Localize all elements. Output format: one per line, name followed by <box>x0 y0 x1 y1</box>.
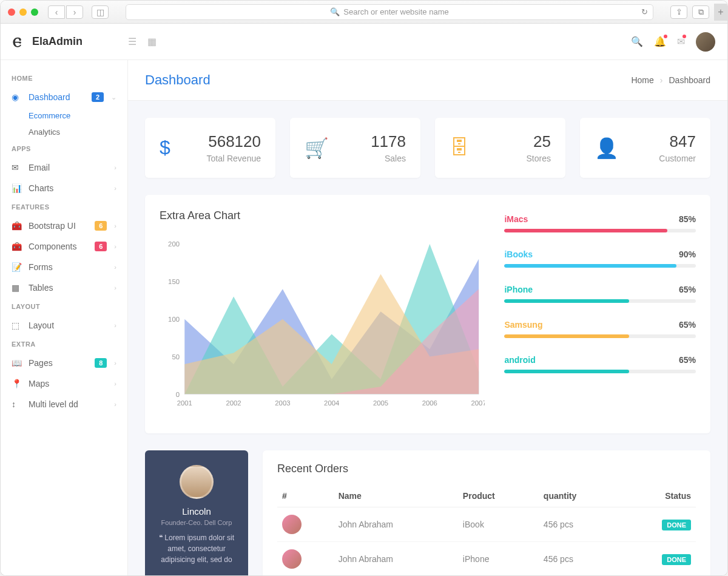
row-avatar <box>282 515 302 534</box>
sidebar-item-charts[interactable]: 📊Charts› <box>1 178 127 198</box>
testimonial-card: Lincoln Founder-Ceo. Dell Corp ❝ Lorem i… <box>145 450 248 576</box>
stat-value: 1178 <box>341 132 406 151</box>
progress-bar <box>504 264 696 268</box>
main-content: Dashboard Home › Dashboard $568120Total … <box>128 60 727 576</box>
stat-card-total-revenue: $568120Total Revenue <box>145 118 275 178</box>
sidebar-icon: 📊 <box>12 183 21 193</box>
sidebar-item-tables[interactable]: ▦Tables› <box>1 277 127 298</box>
stat-card-stores: 🗄25Stores <box>435 118 565 178</box>
sidebar-item-pages[interactable]: 📖Pages8› <box>1 353 127 373</box>
table-header: Status <box>621 485 696 507</box>
cell-qty: 456 pcs <box>539 542 621 577</box>
svg-text:2003: 2003 <box>275 399 290 407</box>
cell-product: iBook <box>458 507 539 542</box>
stat-value: 847 <box>631 132 696 151</box>
search-icon[interactable]: 🔍 <box>631 36 643 47</box>
table-header: Name <box>334 485 458 507</box>
chevron-right-icon: › <box>114 284 116 291</box>
share-button[interactable]: ⇪ <box>670 5 687 19</box>
back-button[interactable]: ‹ <box>48 5 65 19</box>
sidebar-icon: ◉ <box>12 92 21 102</box>
sidebar-label: Bootstrap UI <box>29 221 87 231</box>
stat-value: 25 <box>481 132 551 151</box>
progress-ibooks: iBooks90% <box>504 249 696 268</box>
sidebar-icon: 📝 <box>12 262 21 272</box>
sidebar-item-maps[interactable]: 📍Maps› <box>1 373 127 394</box>
breadcrumb-home[interactable]: Home <box>631 75 653 85</box>
sidebar-item-dashboard[interactable]: ◉Dashboard2⌄ <box>1 87 127 107</box>
sidebar-badge: 8 <box>95 358 107 368</box>
archive-icon: 🗄 <box>450 137 469 159</box>
svg-text:200: 200 <box>168 240 180 248</box>
table-row[interactable]: John AbrahamiPhone456 pcsDONE <box>277 542 696 577</box>
window-controls <box>8 8 38 16</box>
sidebar-badge: 6 <box>95 221 107 231</box>
progress-bar <box>504 299 696 303</box>
sidebar-icon: 📍 <box>12 379 21 388</box>
chevron-right-icon: › <box>114 222 116 229</box>
testimonial-avatar <box>180 465 214 499</box>
chevron-right-icon: › <box>114 164 116 171</box>
maximize-window[interactable] <box>31 8 38 16</box>
chevron-right-icon: › <box>660 75 663 85</box>
sidebar-item-multi-level-dd[interactable]: ↕Multi level dd› <box>1 394 127 415</box>
close-window[interactable] <box>8 8 15 16</box>
sidebar-label: Components <box>29 242 87 251</box>
messages-icon[interactable]: ✉ <box>677 36 685 47</box>
notifications-icon[interactable]: 🔔 <box>654 36 666 47</box>
sidebar-heading: HOME <box>1 70 127 87</box>
progress-iphone: iPhone65% <box>504 285 696 303</box>
sidebar-icon: ⬚ <box>12 320 21 330</box>
sidebar-subitem-ecommerce[interactable]: Ecommerce <box>1 107 127 124</box>
progress-bar <box>504 334 696 338</box>
logo[interactable]: Ⲉ ElaAdmin <box>13 35 128 49</box>
minimize-window[interactable] <box>19 8 27 16</box>
testimonial-name: Lincoln <box>155 506 238 517</box>
sidebar-icon: 🧰 <box>12 221 21 231</box>
new-tab-button[interactable]: + <box>714 4 727 21</box>
sidebar-item-email[interactable]: ✉Email› <box>1 157 127 178</box>
sidebar-label: Dashboard <box>29 92 84 102</box>
testimonial-quote: ❝ Lorem ipsum dolor sit amet, consectetu… <box>155 532 238 565</box>
sidebar-item-bootstrap-ui[interactable]: 🧰Bootstrap UI6› <box>1 215 127 236</box>
chevron-right-icon: › <box>114 359 116 367</box>
sidebar-item-components[interactable]: 🧰Components6› <box>1 236 127 257</box>
logo-text: ElaAdmin <box>32 35 83 48</box>
table-row[interactable]: John AbrahamiBook456 pcsDONE <box>277 507 696 542</box>
status-badge: DONE <box>662 554 691 565</box>
user-avatar[interactable] <box>696 32 715 52</box>
status-badge: DONE <box>662 520 691 530</box>
url-bar[interactable]: 🔍 Search or enter website name ↻ <box>126 4 653 20</box>
chevron-right-icon: › <box>114 185 116 192</box>
orders-table: #NameProductquantityStatusJohn AbrahamiB… <box>277 485 696 576</box>
stat-card-sales: 🛒1178Sales <box>290 118 420 178</box>
sidebar-label: Layout <box>29 320 107 330</box>
sidebar-heading: APPS <box>1 140 127 157</box>
progress-samsung: Samsung65% <box>504 320 696 338</box>
sidebar-item-forms[interactable]: 📝Forms› <box>1 257 127 277</box>
tabs-button[interactable]: ⧉ <box>692 5 709 19</box>
search-icon: 🔍 <box>330 7 340 16</box>
sidebar-heading: FEATURES <box>1 198 127 215</box>
sidebar-label: Tables <box>29 283 107 293</box>
progress-android: android65% <box>504 355 696 373</box>
sidebar-badge: 2 <box>92 92 104 102</box>
sidebar-button[interactable]: ◫ <box>92 5 109 19</box>
svg-text:2001: 2001 <box>177 399 192 407</box>
forward-button[interactable]: › <box>66 5 83 19</box>
svg-text:2004: 2004 <box>324 399 339 407</box>
cell-qty: 456 pcs <box>539 507 621 542</box>
cart-icon: 🛒 <box>305 137 329 160</box>
grid-icon[interactable]: ▦ <box>147 36 157 47</box>
progress-label: iBooks <box>504 249 533 259</box>
sidebar-label: Email <box>29 163 107 172</box>
sidebar-label: Forms <box>29 262 107 272</box>
user-icon: 👤 <box>595 137 619 160</box>
refresh-icon[interactable]: ↻ <box>641 7 648 16</box>
menu-toggle-icon[interactable]: ☰ <box>128 36 136 47</box>
progress-label: iMacs <box>504 214 528 224</box>
chevron-down-icon: ⌄ <box>111 93 116 101</box>
svg-text:50: 50 <box>172 353 180 361</box>
sidebar-subitem-analytics[interactable]: Analytics <box>1 124 127 140</box>
sidebar-item-layout[interactable]: ⬚Layout› <box>1 315 127 336</box>
